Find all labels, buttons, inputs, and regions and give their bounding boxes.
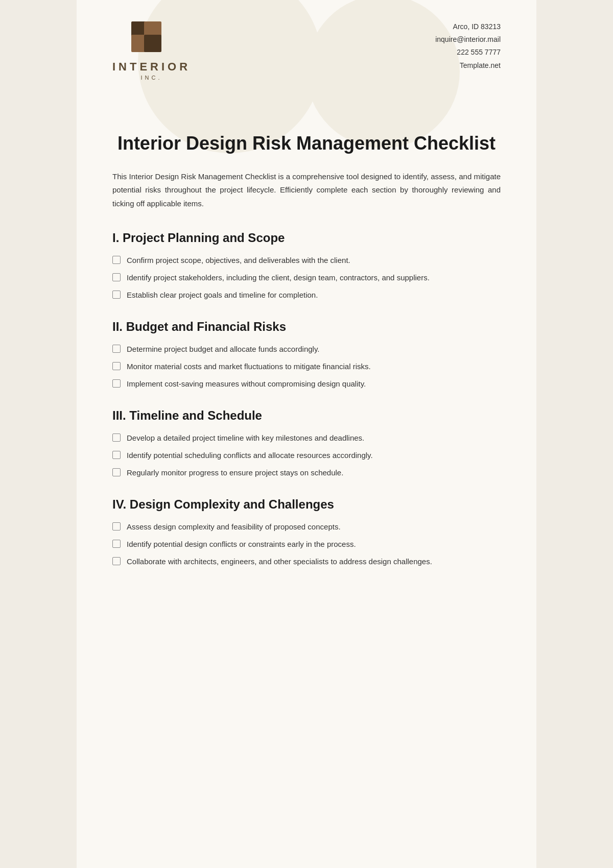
checkbox[interactable] bbox=[112, 540, 121, 548]
document-page: INTERIOR INC. Arco, ID 83213 inquire@int… bbox=[77, 0, 536, 868]
section-ii: II. Budget and Financial RisksDetermine … bbox=[112, 320, 501, 390]
list-item: Regularly monitor progress to ensure pro… bbox=[112, 467, 501, 479]
item-text: Develop a detailed project timeline with… bbox=[127, 432, 501, 444]
checkbox[interactable] bbox=[112, 557, 121, 565]
item-text: Monitor material costs and market fluctu… bbox=[127, 360, 501, 373]
item-text: Collaborate with architects, engineers, … bbox=[127, 556, 501, 568]
page-header: INTERIOR INC. Arco, ID 83213 inquire@int… bbox=[77, 0, 536, 101]
company-address: Arco, ID 83213 bbox=[435, 20, 501, 33]
list-item: Develop a detailed project timeline with… bbox=[112, 432, 501, 444]
list-item: Monitor material costs and market fluctu… bbox=[112, 360, 501, 373]
item-text: Establish clear project goals and timeli… bbox=[127, 289, 501, 301]
list-item: Confirm project scope, objectives, and d… bbox=[112, 254, 501, 267]
sections-container: I. Project Planning and ScopeConfirm pro… bbox=[112, 231, 501, 568]
item-text: Assess design complexity and feasibility… bbox=[127, 521, 501, 533]
list-item: Identify potential design conflicts or c… bbox=[112, 538, 501, 550]
checkbox[interactable] bbox=[112, 345, 121, 353]
checkbox[interactable] bbox=[112, 451, 121, 459]
logo-section: INTERIOR INC. bbox=[112, 20, 191, 81]
checklist-iii: Develop a detailed project timeline with… bbox=[112, 432, 501, 479]
main-content: Interior Design Risk Management Checklis… bbox=[77, 101, 536, 617]
checkbox[interactable] bbox=[112, 468, 121, 476]
list-item: Implement cost-saving measures without c… bbox=[112, 378, 501, 390]
checklist-ii: Determine project budget and allocate fu… bbox=[112, 343, 501, 390]
list-item: Identify project stakeholders, including… bbox=[112, 272, 501, 284]
list-item: Determine project budget and allocate fu… bbox=[112, 343, 501, 355]
checkbox[interactable] bbox=[112, 291, 121, 299]
company-website: Template.net bbox=[435, 59, 501, 72]
list-item: Collaborate with architects, engineers, … bbox=[112, 556, 501, 568]
list-item: Identify potential scheduling conflicts … bbox=[112, 449, 501, 462]
section-title-iii: III. Timeline and Schedule bbox=[112, 408, 501, 423]
document-title: Interior Design Risk Management Checklis… bbox=[112, 132, 501, 155]
document-intro: This Interior Design Risk Management Che… bbox=[112, 170, 501, 210]
checkbox[interactable] bbox=[112, 379, 121, 388]
company-phone: 222 555 7777 bbox=[435, 46, 501, 59]
item-text: Identify potential design conflicts or c… bbox=[127, 538, 501, 550]
contact-info: Arco, ID 83213 inquire@interior.mail 222… bbox=[435, 20, 501, 72]
checkbox[interactable] bbox=[112, 433, 121, 442]
company-sub: INC. bbox=[141, 75, 162, 81]
company-email: inquire@interior.mail bbox=[435, 33, 501, 46]
item-text: Identify potential scheduling conflicts … bbox=[127, 449, 501, 462]
checkbox[interactable] bbox=[112, 362, 121, 370]
item-text: Confirm project scope, objectives, and d… bbox=[127, 254, 501, 267]
list-item: Establish clear project goals and timeli… bbox=[112, 289, 501, 301]
section-i: I. Project Planning and ScopeConfirm pro… bbox=[112, 231, 501, 301]
section-iv: IV. Design Complexity and ChallengesAsse… bbox=[112, 497, 501, 568]
section-title-ii: II. Budget and Financial Risks bbox=[112, 320, 501, 334]
svg-rect-5 bbox=[144, 35, 161, 52]
company-name: INTERIOR bbox=[112, 60, 191, 74]
checkbox[interactable] bbox=[112, 522, 121, 531]
item-text: Regularly monitor progress to ensure pro… bbox=[127, 467, 501, 479]
checkbox[interactable] bbox=[112, 273, 121, 281]
checklist-i: Confirm project scope, objectives, and d… bbox=[112, 254, 501, 301]
item-text: Implement cost-saving measures without c… bbox=[127, 378, 501, 390]
list-item: Assess design complexity and feasibility… bbox=[112, 521, 501, 533]
section-iii: III. Timeline and ScheduleDevelop a deta… bbox=[112, 408, 501, 479]
item-text: Identify project stakeholders, including… bbox=[127, 272, 501, 284]
item-text: Determine project budget and allocate fu… bbox=[127, 343, 501, 355]
checklist-iv: Assess design complexity and feasibility… bbox=[112, 521, 501, 568]
section-title-i: I. Project Planning and Scope bbox=[112, 231, 501, 245]
section-title-iv: IV. Design Complexity and Challenges bbox=[112, 497, 501, 512]
company-logo-icon bbox=[129, 20, 175, 56]
checkbox[interactable] bbox=[112, 256, 121, 264]
